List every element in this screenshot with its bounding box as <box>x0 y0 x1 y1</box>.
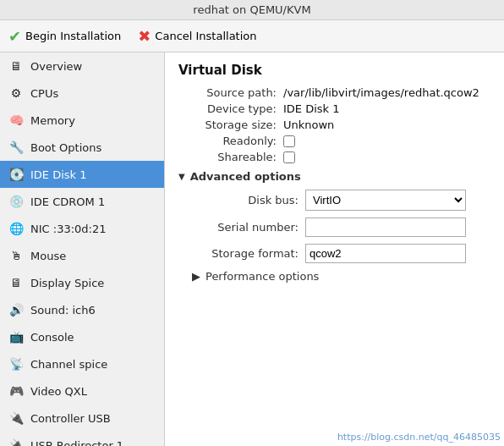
check-icon: ✔ <box>8 27 21 45</box>
sidebar-item-channel-spice[interactable]: 📡Channel spice <box>0 350 164 377</box>
usb-redirector-1-icon: 🔌 <box>7 436 25 446</box>
advanced-toggle-triangle: ▼ <box>178 172 185 181</box>
display-spice-icon: 🖥 <box>7 273 25 292</box>
console-icon: 📺 <box>7 328 25 346</box>
boot-options-icon: 🔧 <box>7 138 25 157</box>
nic-icon: 🌐 <box>7 219 25 238</box>
sidebar-item-memory[interactable]: 🧠Memory <box>0 107 164 134</box>
sidebar-item-display-spice[interactable]: 🖥Display Spice <box>0 269 164 296</box>
device-type-value: IDE Disk 1 <box>283 102 490 115</box>
sidebar-label-controller-usb: Controller USB <box>30 412 111 425</box>
cancel-installation-button[interactable]: ✖ Cancel Installation <box>138 27 256 45</box>
sidebar-item-boot-options[interactable]: 🔧Boot Options <box>0 134 164 161</box>
sidebar-item-ide-cdrom-1[interactable]: 💿IDE CDROM 1 <box>0 188 164 215</box>
advanced-options-grid: Disk bus: VirtIOIDESCSIUSBSATA Serial nu… <box>192 190 490 263</box>
sidebar-item-mouse[interactable]: 🖱Mouse <box>0 242 164 269</box>
ide-disk-1-icon: 💽 <box>7 165 25 184</box>
disk-bus-label: Disk bus: <box>192 194 302 206</box>
controller-usb-icon: 🔌 <box>7 409 25 427</box>
storage-format-input[interactable] <box>305 244 466 263</box>
performance-options-toggle[interactable]: ▶ Performance options <box>192 270 490 283</box>
perf-toggle-triangle: ▶ <box>192 270 200 283</box>
overview-icon: 🖥 <box>7 57 25 75</box>
sidebar-item-controller-usb[interactable]: 🔌Controller USB <box>0 405 164 432</box>
sidebar-label-overview: Overview <box>30 60 82 73</box>
video-qxl-icon: 🎮 <box>7 382 25 400</box>
sidebar-item-ide-disk-1[interactable]: 💽IDE Disk 1 <box>0 161 164 188</box>
sidebar-label-ide-disk-1: IDE Disk 1 <box>30 168 87 181</box>
sidebar-item-video-qxl[interactable]: 🎮Video QXL <box>0 377 164 405</box>
sidebar-label-cpus: CPUs <box>30 87 58 100</box>
memory-icon: 🧠 <box>7 111 25 129</box>
storage-format-value <box>305 244 490 263</box>
advanced-options-toggle[interactable]: ▼ Advanced options <box>178 170 490 183</box>
sidebar-label-sound-ich6: Sound: ich6 <box>30 304 96 317</box>
toolbar: ✔ Begin Installation ✖ Cancel Installati… <box>0 20 504 52</box>
sidebar-item-nic[interactable]: 🌐NIC :33:0d:21 <box>0 215 164 242</box>
readonly-value <box>283 135 490 147</box>
sidebar-label-ide-cdrom-1: IDE CDROM 1 <box>30 195 105 208</box>
sidebar-item-sound-ich6[interactable]: 🔊Sound: ich6 <box>0 296 164 323</box>
serial-number-label: Serial number: <box>192 221 302 234</box>
begin-install-label: Begin Installation <box>25 30 121 42</box>
sidebar-label-mouse: Mouse <box>30 250 66 262</box>
performance-options-label: Performance options <box>205 270 319 283</box>
device-type-label: Device type: <box>178 102 280 115</box>
storage-size-value: Unknown <box>283 118 490 131</box>
sidebar-label-usb-redirector-1: USB Redirector 1 <box>30 439 123 447</box>
sidebar-item-overview[interactable]: 🖥Overview <box>0 52 164 80</box>
cancel-install-label: Cancel Installation <box>155 30 256 42</box>
readonly-label: Readonly: <box>178 135 280 147</box>
channel-spice-icon: 📡 <box>7 355 25 373</box>
sidebar-label-display-spice: Display Spice <box>30 277 104 289</box>
page-title: Virtual Disk <box>178 63 490 78</box>
sidebar-label-boot-options: Boot Options <box>30 141 101 154</box>
serial-number-input[interactable] <box>305 217 466 237</box>
x-icon: ✖ <box>138 27 151 45</box>
title-text: redhat on QEMU/KVM <box>193 3 310 16</box>
content-area: Virtual Disk Source path: /var/lib/libvi… <box>165 52 504 446</box>
serial-number-value <box>305 217 490 237</box>
sidebar: 🖥Overview⚙CPUs🧠Memory🔧Boot Options💽IDE D… <box>0 52 165 446</box>
shareable-value <box>283 151 490 163</box>
disk-bus-value: VirtIOIDESCSIUSBSATA <box>305 190 490 211</box>
watermark: https://blog.csdn.net/qq_46485035 <box>337 432 501 443</box>
sidebar-label-video-qxl: Video QXL <box>30 385 87 398</box>
shareable-checkbox[interactable] <box>283 151 295 163</box>
ide-cdrom-1-icon: 💿 <box>7 192 25 211</box>
disk-bus-select[interactable]: VirtIOIDESCSIUSBSATA <box>305 190 466 211</box>
sidebar-item-cpus[interactable]: ⚙CPUs <box>0 80 164 107</box>
sound-ich6-icon: 🔊 <box>7 300 25 319</box>
info-grid: Source path: /var/lib/libvirt/images/red… <box>178 86 490 163</box>
mouse-icon: 🖱 <box>7 246 25 265</box>
sidebar-label-console: Console <box>30 331 74 344</box>
advanced-options-label: Advanced options <box>190 170 301 183</box>
storage-format-label: Storage format: <box>192 247 302 260</box>
shareable-label: Shareable: <box>178 151 280 163</box>
source-path-label: Source path: <box>178 86 280 99</box>
source-path-value: /var/lib/libvirt/images/redhat.qcow2 <box>283 86 490 99</box>
sidebar-item-usb-redirector-1[interactable]: 🔌USB Redirector 1 <box>0 432 164 446</box>
storage-size-label: Storage size: <box>178 118 280 131</box>
begin-installation-button[interactable]: ✔ Begin Installation <box>8 27 121 45</box>
readonly-checkbox[interactable] <box>283 135 295 147</box>
sidebar-label-channel-spice: Channel spice <box>30 358 107 371</box>
title-bar: redhat on QEMU/KVM <box>0 0 504 20</box>
main-layout: 🖥Overview⚙CPUs🧠Memory🔧Boot Options💽IDE D… <box>0 52 504 446</box>
sidebar-item-console[interactable]: 📺Console <box>0 323 164 350</box>
sidebar-label-nic: NIC :33:0d:21 <box>30 223 107 235</box>
sidebar-label-memory: Memory <box>30 114 75 127</box>
cpus-icon: ⚙ <box>7 84 25 102</box>
